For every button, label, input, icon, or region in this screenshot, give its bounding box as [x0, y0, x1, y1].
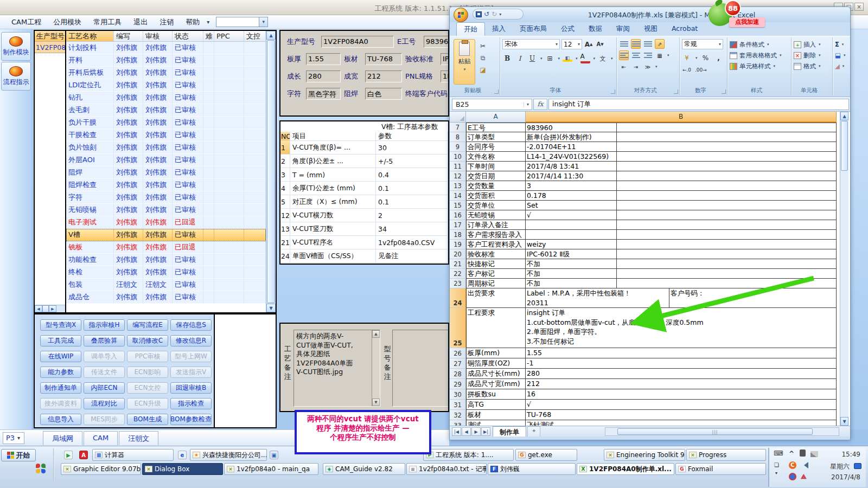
taskbar-button[interactable]: ×Progress	[686, 449, 766, 461]
signal-icon[interactable]	[810, 451, 818, 457]
action-button-回退审核B[interactable]: 回退审核B	[170, 382, 212, 394]
scroll-right-icon[interactable]: ▶	[49, 305, 56, 312]
ribbon-tab-视图[interactable]: 视图	[637, 22, 665, 36]
cell-value[interactable]	[526, 220, 617, 230]
merge-center-icon[interactable]: ▦	[655, 50, 665, 60]
taskbar-button[interactable]: ≡1v2fp084a0.txt - 记事本	[406, 463, 487, 475]
italic-icon[interactable]: I	[515, 54, 525, 63]
row-header[interactable]: 9	[450, 142, 466, 152]
delete-cells-button[interactable]: × 删除▾	[794, 50, 830, 61]
booster-mascot[interactable]: 88 点我加速	[705, 0, 770, 31]
insert-cells-button[interactable]: ＋ 插入▾	[794, 39, 830, 50]
process-column-header[interactable]: 工艺名称	[66, 31, 114, 42]
last-sheet-icon[interactable]: ▶|	[481, 427, 490, 436]
row-header[interactable]: 18	[450, 230, 466, 240]
cell-empty[interactable]	[617, 240, 837, 249]
cell-label[interactable]: 客户工程资料录入	[466, 240, 526, 249]
process-row[interactable]: 成品仓刘伟旗刘伟旗已审核	[66, 291, 266, 304]
action-button-叠层验算[interactable]: 叠层验算	[84, 335, 125, 346]
select-all-corner[interactable]	[450, 112, 466, 123]
row-header[interactable]: 20	[450, 249, 466, 259]
process-row[interactable]: 铣板刘伟旗刘伟旗已回退	[66, 241, 266, 254]
process-row[interactable]: 去毛刺刘伟旗刘伟旗已审核	[66, 104, 266, 117]
scroll-down-icon[interactable]: ▼	[840, 417, 848, 426]
row-header[interactable]: 12	[450, 171, 466, 181]
cell-value[interactable]: 1.55	[526, 348, 837, 358]
align-center-icon[interactable]	[631, 50, 641, 60]
cell-label[interactable]: 交货数量	[466, 181, 526, 191]
cell-value[interactable]: 212	[526, 379, 837, 389]
cell-value[interactable]: 2017/4/8 13:41	[526, 162, 617, 171]
save-icon[interactable]: ▣	[269, 450, 279, 460]
menu-item-2[interactable]: 常用工具	[87, 16, 127, 29]
cell-empty[interactable]	[617, 171, 837, 181]
action-button-取消修改C[interactable]: 取消修改C	[127, 335, 168, 346]
action-button-指示审核H[interactable]: 指示审核H	[84, 319, 125, 331]
bold-icon[interactable]: B	[502, 54, 512, 63]
process-row[interactable]: 计划投料刘伟旗刘伟旗已审核	[66, 42, 266, 54]
model-remark-box[interactable]	[392, 330, 449, 407]
action-button-能力参数[interactable]: 能力参数	[40, 367, 81, 378]
row-header[interactable]: 31	[450, 400, 466, 410]
row-header[interactable]: 32	[450, 410, 466, 420]
keyboard-icon[interactable]: ⌨	[774, 450, 783, 457]
insert-function-icon[interactable]: fx	[533, 99, 547, 110]
borders-icon[interactable]: ⊞	[545, 54, 555, 63]
cell-empty[interactable]	[617, 249, 837, 259]
cell-value[interactable]: weizy	[526, 240, 617, 249]
cut-icon[interactable]: ✂	[478, 41, 488, 51]
row-header[interactable]: 24	[450, 288, 466, 308]
process-column-header[interactable]: PPC	[214, 31, 244, 42]
font-size-select[interactable]: 12 ▾	[561, 39, 582, 49]
cell-value[interactable]: IPC-6012 Ⅱ级	[526, 249, 617, 259]
collapse-tray-icon[interactable]: ^	[789, 450, 794, 458]
cell-label[interactable]: 合同序号	[466, 142, 526, 152]
cell-empty[interactable]	[617, 201, 837, 210]
cell-value[interactable]: TU-768	[526, 410, 837, 420]
process-row[interactable]: 包装汪朝文汪朝文已审核	[66, 279, 266, 291]
customize-qat-icon[interactable]: ▾	[499, 12, 501, 17]
taskbar-button[interactable]: ×1v2fp084a0 - main_qa	[224, 463, 318, 475]
vgroove-row[interactable]: 5对正度（X）≤ (mm)0.1	[280, 195, 448, 209]
process-row[interactable]: 干膜检查刘伟旗刘伟旗已审核	[66, 129, 266, 142]
row-header[interactable]: 25	[450, 308, 466, 348]
percent-icon[interactable]: %	[701, 53, 711, 63]
cell-label[interactable]: 板材	[466, 410, 526, 420]
cell-empty[interactable]	[617, 123, 837, 132]
scroll-thumb[interactable]: |||	[617, 428, 813, 435]
row-header[interactable]: 17	[450, 220, 466, 230]
scroll-down-icon[interactable]: ▼	[266, 304, 276, 312]
model-row[interactable]: 1V2FP08	[35, 42, 65, 53]
scroll-up-icon[interactable]: ▲	[266, 31, 276, 40]
column-header-b[interactable]: B	[526, 112, 837, 123]
action-button-内部ECN[interactable]: 内部ECN	[84, 382, 125, 394]
accounting-format-icon[interactable]: ¥	[682, 53, 692, 63]
cell-value[interactable]: -1	[526, 358, 837, 369]
row-header[interactable]: 21	[450, 259, 466, 269]
comma-icon[interactable]: ,	[714, 53, 724, 63]
ribbon-tab-审阅[interactable]: 审阅	[609, 22, 637, 36]
row-header[interactable]: 19	[450, 240, 466, 249]
process-remark-box[interactable]: 横方向的两条V-CUT做单面V-CUT,具体见图纸1V2FP084A0单面V-C…	[293, 330, 380, 407]
format-cells-button[interactable]: 格式▾	[794, 61, 830, 72]
ribbon-tab-数据[interactable]: 数据	[582, 22, 609, 36]
cell-empty[interactable]	[617, 132, 837, 142]
process-row[interactable]: 终检刘伟旗刘伟旗已审核	[66, 266, 266, 279]
format-as-table-button[interactable]: 套用表格格式▾	[730, 50, 789, 61]
cell-empty[interactable]	[617, 259, 837, 269]
scroll-down-icon[interactable]: ▼	[372, 399, 380, 406]
field-value[interactable]: 黑色字符	[306, 88, 341, 100]
cell-label[interactable]: 测试	[466, 420, 526, 426]
action-button-制作通知单[interactable]: 制作通知单	[40, 382, 81, 394]
row-header[interactable]: 16	[450, 210, 466, 220]
action-button-工具完成[interactable]: 工具完成	[40, 335, 81, 346]
orientation-icon[interactable]: ⇗	[655, 39, 665, 49]
vgroove-row[interactable]: 4余厚(T)公差± (mm)0.1	[280, 182, 448, 195]
cell-empty[interactable]	[617, 152, 837, 162]
process-row[interactable]: 功能检查刘伟旗刘伟旗已审核	[66, 254, 266, 266]
cell-label[interactable]: 铜箔厚度(OZ)	[466, 358, 526, 369]
cell-empty[interactable]	[617, 191, 837, 201]
vgroove-row[interactable]: 3T = (mm)0.4	[280, 168, 448, 182]
ribbon-tab-公式[interactable]: 公式	[554, 22, 582, 36]
ribbon-tab-Acrobat[interactable]: Acrobat	[665, 22, 705, 36]
